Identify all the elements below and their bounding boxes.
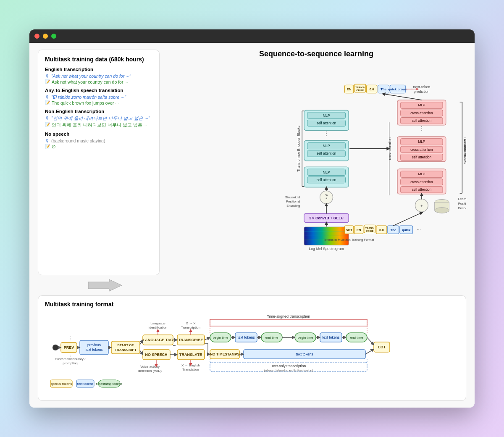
- svg-text:text tokens: text tokens: [77, 382, 94, 386]
- svg-text:quick brown: quick brown: [388, 87, 407, 91]
- svg-text:LANGUAGE TAG: LANGUAGE TAG: [143, 338, 173, 342]
- left-panel-title: Multitask training data (680k hours): [45, 56, 152, 63]
- section-english: English transcription: [45, 67, 152, 72]
- top-section: Multitask training data (680k hours) Eng…: [29, 43, 475, 279]
- right-diagram: Sequence-to-sequence learning EN TRANS- …: [166, 50, 466, 275]
- diagram-title: Sequence-to-sequence learning: [166, 50, 466, 58]
- svg-text:special tokens: special tokens: [51, 382, 72, 386]
- svg-text:2 × Conv1D + GELU: 2 × Conv1D + GELU: [309, 216, 343, 220]
- list-item: 🎙 (background music playing): [45, 138, 152, 143]
- list-item: 📝 ∅: [45, 144, 152, 149]
- mic-icon: 🎙: [45, 95, 50, 100]
- mic-icon: 🎙: [45, 74, 50, 79]
- svg-text:text tokens: text tokens: [322, 335, 339, 340]
- svg-text:MLP: MLP: [418, 173, 425, 176]
- svg-text:self attention: self attention: [412, 155, 432, 159]
- svg-text:Encoding: Encoding: [286, 204, 300, 208]
- transcript-text: The quick brown fox jumps over ···: [52, 100, 119, 105]
- svg-text:CRIBE: CRIBE: [366, 230, 373, 232]
- svg-text:cross attention: cross attention: [410, 148, 433, 152]
- svg-line-130: [140, 350, 143, 355]
- transcript-text: "언덕 위에 올라 내려다보면 너무나 넓고 넓은 ···": [51, 116, 150, 121]
- list-item: 📝 Ask not what your country can do for ·…: [45, 79, 152, 84]
- maximize-button[interactable]: [51, 34, 56, 39]
- svg-text:Voice activity: Voice activity: [140, 365, 160, 369]
- pencil-icon: 📝: [45, 144, 50, 149]
- list-item: 📝 언덕 위에 올라 내려다보면 너무나 넓고 넓은 ···: [45, 122, 152, 128]
- svg-text:CRIBE: CRIBE: [356, 89, 364, 92]
- bottom-section: Multitask training format: [38, 295, 466, 401]
- transcript-text: (background music playing): [51, 138, 105, 143]
- svg-text:self attention: self attention: [317, 121, 336, 125]
- svg-text:START OF: START OF: [117, 343, 134, 347]
- pencil-icon: 📝: [45, 79, 50, 84]
- svg-text:MLP: MLP: [418, 140, 425, 144]
- left-panel: Multitask training data (680k hours) Eng…: [38, 50, 160, 275]
- svg-text:TRANSCRIPT: TRANSCRIPT: [115, 348, 136, 352]
- minimize-button[interactable]: [43, 34, 48, 39]
- list-item: 🎙 "El rápido zorro marrón salta sobre ··…: [45, 95, 152, 100]
- svg-text:···: ···: [417, 227, 421, 232]
- svg-line-104: [393, 213, 422, 226]
- bottom-title: Multitask training format: [45, 301, 459, 308]
- mic-icon: 🎙: [45, 116, 50, 121]
- svg-text:end time: end time: [265, 336, 278, 340]
- svg-text:The: The: [381, 87, 386, 91]
- section-non-english: Non-English transcription: [45, 109, 152, 114]
- svg-text:TRANSCRIBE: TRANSCRIBE: [178, 338, 203, 342]
- seq2seq-diagram: EN TRANS- CRIBE 0.0 The quick brown ··· …: [166, 62, 466, 276]
- svg-line-181: [365, 349, 374, 354]
- section-any-to-en: Any-to-English speech translation: [45, 88, 152, 93]
- svg-text:Time-aligned transcription: Time-aligned transcription: [267, 314, 310, 319]
- svg-text:text tokens: text tokens: [237, 335, 255, 340]
- close-button[interactable]: [34, 34, 39, 39]
- svg-text:quick: quick: [402, 228, 411, 232]
- svg-text:EOT: EOT: [378, 345, 386, 349]
- svg-text:self attention: self attention: [317, 152, 336, 155]
- svg-text:PREV: PREV: [64, 345, 74, 350]
- section-no-speech: No speech: [45, 132, 152, 137]
- svg-text:(allows dataset-specific fine-: (allows dataset-specific fine-tuning): [264, 369, 313, 372]
- flow-diagram: PREV previous text tokens Custom vocabul…: [45, 312, 459, 394]
- svg-text:next-token: next-token: [413, 85, 430, 89]
- svg-text:+: +: [420, 204, 423, 208]
- svg-text:detection (VAD): detection (VAD): [138, 369, 162, 373]
- pencil-icon: 📝: [45, 122, 50, 127]
- svg-text:EN: EN: [347, 87, 352, 91]
- svg-line-129: [140, 340, 143, 345]
- svg-text:begin time: begin time: [213, 336, 228, 340]
- svg-text:self attention: self attention: [412, 119, 432, 123]
- svg-rect-80: [304, 227, 349, 245]
- svg-text:MLP: MLP: [323, 114, 330, 118]
- list-item: 🎙 "Ask not what your country can do for …: [45, 74, 152, 79]
- svg-text:SOT: SOT: [346, 228, 352, 232]
- title-bar: [29, 29, 475, 43]
- svg-text:NO TIMESTAMPS: NO TIMESTAMPS: [210, 352, 240, 356]
- svg-text:identification: identification: [149, 326, 167, 329]
- svg-text:TRANS-: TRANS-: [355, 86, 365, 89]
- svg-text:NO SPEECH: NO SPEECH: [145, 353, 167, 357]
- svg-text:end time: end time: [350, 336, 363, 340]
- svg-text:cross attention: cross attention: [410, 180, 433, 184]
- svg-text:begin time: begin time: [298, 336, 313, 340]
- svg-text:previous: previous: [87, 343, 101, 347]
- svg-text:Tokens in Multitask Training F: Tokens in Multitask Training Format: [323, 238, 375, 242]
- svg-text:Text-only transcription: Text-only transcription: [271, 364, 306, 368]
- svg-text:timestamp tokens: timestamp tokens: [96, 382, 123, 386]
- svg-text:text tokens: text tokens: [85, 347, 102, 352]
- svg-text:Sinusoidal: Sinusoidal: [285, 196, 300, 200]
- svg-text:The: The: [390, 228, 396, 232]
- transcript-text: ∅: [52, 144, 56, 149]
- svg-text:cross attention: cross attention: [410, 111, 433, 115]
- svg-text:0.0: 0.0: [370, 87, 374, 91]
- transcript-text: Ask not what your country can do for ···: [52, 79, 128, 84]
- svg-text:0.0: 0.0: [379, 228, 384, 232]
- svg-rect-182: [210, 319, 367, 326]
- svg-text:Log-Mel Spectrogram: Log-Mel Spectrogram: [309, 247, 344, 251]
- svg-text:Encoding: Encoding: [458, 206, 466, 210]
- list-item: 🎙 "언덕 위에 올라 내려다보면 너무나 넓고 넓은 ···": [45, 116, 152, 121]
- svg-text:⋮: ⋮: [419, 125, 425, 132]
- svg-text:MLP: MLP: [323, 171, 330, 174]
- svg-text:Learned: Learned: [458, 197, 466, 201]
- svg-text:Language: Language: [150, 321, 165, 325]
